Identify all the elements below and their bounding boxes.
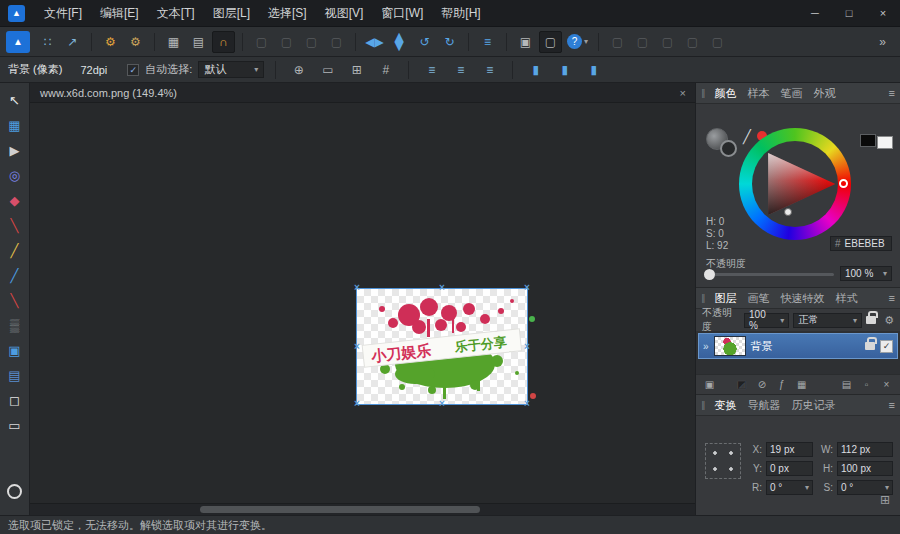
hue-indicator[interactable] <box>839 179 848 188</box>
tab-history[interactable]: 历史记录 <box>787 396 841 415</box>
cycle-bounds-button[interactable]: ▭ <box>316 59 339 81</box>
menu-edit[interactable]: 编辑[E] <box>91 0 148 26</box>
tab-navigator[interactable]: 导航器 <box>743 396 786 415</box>
selection-handle[interactable]: × <box>522 342 532 352</box>
menu-file[interactable]: 文件[F] <box>35 0 91 26</box>
rectangle-tool[interactable]: ▭ <box>3 413 27 437</box>
pen-tool[interactable]: ╲ <box>3 213 27 237</box>
valign-middle-button[interactable]: ▮ <box>553 59 576 81</box>
panel-menu-icon[interactable]: ≡ <box>889 87 895 99</box>
snap-grid-button[interactable]: ▦ <box>162 31 185 53</box>
toolbar-extra-button-4[interactable]: ▢ <box>681 31 704 53</box>
crop-tool[interactable]: ◻ <box>3 388 27 412</box>
transform-options-button[interactable]: ⊞ <box>880 493 890 507</box>
x-input[interactable]: 19 px <box>766 442 813 457</box>
geometry-add-button[interactable]: ▢ <box>250 31 273 53</box>
eraser-tool[interactable]: ▒ <box>3 313 27 337</box>
tab-appearance[interactable]: 外观 <box>809 84 841 103</box>
tab-brushes[interactable]: 画笔 <box>743 289 775 308</box>
tab-quick-fx[interactable]: 快速特效 <box>776 289 830 308</box>
selected-image[interactable]: 小刀娱乐 乐于分享 × × × × × × × × <box>357 289 527 404</box>
panel-grip-icon[interactable]: ∥ <box>701 400 706 410</box>
toolbar-overflow-button[interactable]: » <box>871 31 894 53</box>
snap-bounds-button[interactable]: ▤ <box>187 31 210 53</box>
layer-name[interactable]: 背景 <box>751 339 860 354</box>
adjustment-layer-icon[interactable]: ⊘ <box>755 379 768 390</box>
hex-field[interactable]: # EBEBEB <box>830 236 892 251</box>
mask-layer-icon[interactable]: ◩ <box>735 379 748 390</box>
close-button[interactable]: × <box>866 0 900 26</box>
y-input[interactable]: 0 px <box>766 461 813 476</box>
eyedropper-icon[interactable]: ╱ <box>743 129 751 144</box>
menu-window[interactable]: 窗口[W] <box>372 0 432 26</box>
menu-text[interactable]: 文本[T] <box>148 0 204 26</box>
horizontal-scrollbar[interactable] <box>30 503 695 515</box>
new-layer-icon[interactable]: ▫ <box>860 379 873 390</box>
tab-styles[interactable]: 样式 <box>831 289 863 308</box>
force-pixel-alignment-button[interactable]: # <box>374 59 397 81</box>
menu-select[interactable]: 选择[S] <box>259 0 316 26</box>
toolbar-extra-button-2[interactable]: ▢ <box>631 31 654 53</box>
flip-horizontal-button[interactable]: ◀▶ <box>363 31 386 53</box>
pixel-snap-button[interactable]: ⊞ <box>345 59 368 81</box>
w-input[interactable]: 112 px <box>837 442 893 457</box>
layer-expand-icon[interactable]: » <box>703 341 709 352</box>
new-pixel-layer-icon[interactable]: ▤ <box>840 379 853 390</box>
tab-stroke[interactable]: 笔画 <box>776 84 808 103</box>
valign-top-button[interactable]: ▮ <box>524 59 547 81</box>
designer-persona-icon[interactable]: ▲ <box>6 31 30 53</box>
geometry-intersect-button[interactable]: ▢ <box>300 31 323 53</box>
selection-handle[interactable]: × <box>352 342 362 352</box>
selection-handle[interactable]: × <box>352 399 362 409</box>
lightness-indicator[interactable] <box>784 208 792 216</box>
live-filter-icon[interactable]: ▦ <box>795 379 808 390</box>
valign-bottom-button[interactable]: ▮ <box>582 59 605 81</box>
menu-layer[interactable]: 图层[L] <box>204 0 259 26</box>
pencil-tool[interactable]: ╱ <box>3 238 27 262</box>
rotate-cw-button[interactable]: ↻ <box>438 31 461 53</box>
minimize-button[interactable]: ─ <box>798 0 832 26</box>
insert-inside-button[interactable]: ▣ <box>514 31 537 53</box>
blend-mode-dropdown[interactable]: 正常 ▾ <box>793 313 862 328</box>
layer-row-background[interactable]: » 背景 ✓ <box>698 333 898 359</box>
geometry-divide-button[interactable]: ▢ <box>325 31 348 53</box>
preset-dropdown[interactable]: 默认 ▾ <box>198 61 264 78</box>
tab-layers[interactable]: 图层 <box>710 289 742 308</box>
node-tool[interactable]: ▶ <box>3 138 27 162</box>
layer-lock-icon[interactable] <box>865 342 875 350</box>
geometry-subtract-button[interactable]: ▢ <box>275 31 298 53</box>
delete-layer-icon[interactable]: × <box>880 379 893 390</box>
toolbar-extra-button-5[interactable]: ▢ <box>706 31 729 53</box>
opacity-slider-track[interactable] <box>708 273 834 276</box>
artboard-tool[interactable]: ▦ <box>3 113 27 137</box>
background-color-chip[interactable] <box>877 136 893 149</box>
secondary-color-chip[interactable] <box>720 140 737 157</box>
toolbar-extra-button-1[interactable]: ▢ <box>606 31 629 53</box>
align-left-button[interactable]: ≡ <box>420 59 443 81</box>
opacity-slider-knob[interactable] <box>704 269 715 280</box>
selection-handle[interactable]: × <box>352 283 362 293</box>
panel-menu-icon[interactable]: ≡ <box>889 292 895 304</box>
insert-behind-button[interactable]: ▢ <box>539 31 562 53</box>
layer-thumbnail[interactable] <box>714 336 746 356</box>
pixel-brush-tool[interactable]: ╲ <box>3 288 27 312</box>
fill-tool[interactable]: ▣ <box>3 338 27 362</box>
layers-opacity-dropdown[interactable]: 100 % ▾ <box>744 313 789 328</box>
tab-close-button[interactable]: × <box>671 87 695 99</box>
assets-gear-icon[interactable]: ⚙ <box>124 31 147 53</box>
alignment-button[interactable]: ≡ <box>476 31 499 53</box>
selection-handle[interactable]: × <box>522 283 532 293</box>
document-tab[interactable]: www.x6d.com.png (149.4%) <box>30 83 187 102</box>
foreground-color-chip[interactable] <box>860 134 876 147</box>
toolbar-extra-button-3[interactable]: ▢ <box>656 31 679 53</box>
duplicate-layer-icon[interactable]: ▣ <box>703 379 716 390</box>
rotate-ccw-button[interactable]: ↺ <box>413 31 436 53</box>
help-button[interactable]: ? ▾ <box>564 34 591 49</box>
layer-visibility-checkbox[interactable]: ✓ <box>880 340 893 353</box>
opacity-value-dropdown[interactable]: 100 % ▾ <box>840 266 892 281</box>
selection-handle[interactable]: × <box>437 399 447 409</box>
pixel-persona-icon[interactable]: ∷ <box>36 31 59 53</box>
image-place-tool[interactable]: ▤ <box>3 363 27 387</box>
rotation-input[interactable]: 0 ° ▾ <box>766 480 813 495</box>
corner-tool[interactable]: ◆ <box>3 188 27 212</box>
